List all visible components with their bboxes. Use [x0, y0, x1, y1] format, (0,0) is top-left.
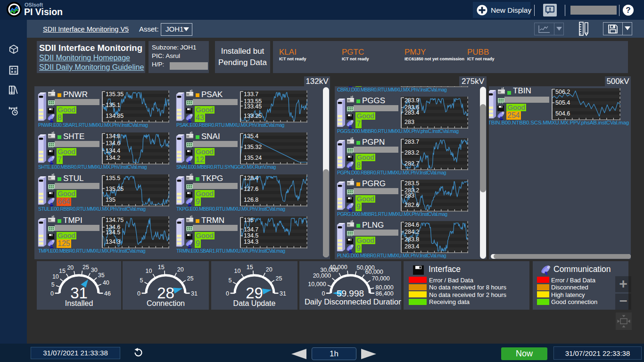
svg-text:135: 135: [106, 197, 116, 203]
svg-text:10: 10: [52, 273, 59, 280]
svg-text:60,000: 60,000: [365, 269, 383, 275]
svg-text:283.9: 283.9: [405, 97, 419, 104]
svg-text:25: 25: [83, 264, 89, 271]
svg-text:283: 283: [405, 119, 414, 125]
svg-text:283.4: 283.4: [405, 243, 419, 250]
svg-text:25: 25: [276, 275, 282, 282]
svg-text:134.7: 134.7: [244, 226, 258, 233]
svg-text:135.4: 135.4: [244, 133, 258, 140]
svg-text:135.5: 135.5: [106, 175, 120, 181]
svg-text:0: 0: [50, 290, 54, 297]
svg-text:0: 0: [322, 290, 325, 297]
svg-text:126.8: 126.8: [244, 197, 258, 203]
svg-text:80,000: 80,000: [376, 284, 394, 291]
svg-text:135.32: 135.32: [244, 144, 262, 150]
svg-text:134.3: 134.3: [244, 239, 258, 245]
svg-text:70,000: 70,000: [372, 275, 390, 282]
svg-text:505.4: 505.4: [555, 99, 570, 106]
svg-text:20: 20: [266, 266, 272, 273]
svg-text:134.5: 134.5: [244, 232, 258, 239]
svg-text:Data Update: Data Update: [233, 299, 276, 307]
svg-text:15: 15: [158, 264, 165, 271]
svg-text:133.45: 133.45: [244, 103, 262, 110]
svg-text:134.4: 134.4: [106, 148, 120, 154]
svg-text:282.7: 282.7: [405, 160, 419, 167]
svg-text:10: 10: [145, 268, 152, 274]
svg-text:31: 31: [280, 290, 286, 297]
svg-text:40,000: 40,000: [329, 264, 347, 271]
svg-text:133.7: 133.7: [244, 91, 258, 98]
svg-text:10,000: 10,000: [308, 281, 326, 288]
svg-text:134.75: 134.75: [106, 217, 124, 223]
svg-text:15: 15: [59, 268, 66, 274]
svg-text:30: 30: [91, 267, 98, 273]
svg-text:0: 0: [226, 290, 229, 297]
svg-text:25: 25: [187, 275, 194, 282]
svg-text:284.2: 284.2: [405, 229, 419, 235]
svg-text:20: 20: [67, 264, 74, 271]
svg-text:86,400: 86,400: [376, 290, 394, 297]
svg-text:135.1: 135.1: [106, 102, 120, 108]
svg-text:283.4: 283.4: [405, 109, 419, 116]
svg-text:283.8: 283.8: [405, 236, 419, 243]
svg-text:127.6: 127.6: [244, 186, 258, 192]
svg-text:135.25: 135.25: [106, 186, 124, 192]
svg-text:Daily Disconnected Duration: Daily Disconnected Duration: [305, 297, 401, 306]
svg-text:135.24: 135.24: [244, 155, 262, 161]
svg-text:283.5: 283.5: [405, 180, 419, 187]
svg-text:46: 46: [104, 290, 111, 297]
svg-text:10: 10: [234, 268, 240, 274]
svg-text:283.2: 283.2: [405, 149, 419, 156]
svg-text:283.7: 283.7: [405, 139, 419, 145]
svg-text:134.6: 134.6: [106, 140, 120, 147]
svg-text:15: 15: [247, 264, 253, 271]
svg-text:134.8: 134.8: [106, 133, 120, 140]
svg-text:283: 283: [405, 192, 414, 199]
svg-text:506.2: 506.2: [555, 89, 570, 95]
svg-text:134.5: 134.5: [106, 229, 120, 236]
svg-text:504.6: 504.6: [555, 110, 570, 117]
svg-text:282.6: 282.6: [405, 202, 419, 208]
svg-text:134.85: 134.85: [106, 113, 124, 119]
svg-text:5: 5: [51, 281, 55, 288]
svg-text:135: 135: [244, 217, 254, 223]
svg-text:135.35: 135.35: [106, 91, 124, 98]
svg-text:284.6: 284.6: [405, 222, 419, 228]
svg-text:133.25: 133.25: [244, 113, 262, 119]
svg-text:5: 5: [228, 277, 231, 284]
svg-text:20,000: 20,000: [313, 272, 331, 279]
svg-text:5: 5: [140, 277, 143, 284]
svg-text:0: 0: [137, 290, 140, 297]
svg-text:134.3: 134.3: [106, 239, 120, 245]
svg-text:40: 40: [103, 280, 109, 286]
svg-text:20: 20: [177, 266, 184, 273]
svg-text:128.4: 128.4: [244, 175, 258, 181]
svg-text:35: 35: [98, 272, 105, 279]
svg-text:134.2: 134.2: [106, 155, 120, 161]
svg-text:31: 31: [191, 290, 198, 297]
svg-text:Connection: Connection: [147, 299, 185, 307]
svg-text:Installed: Installed: [65, 299, 93, 307]
